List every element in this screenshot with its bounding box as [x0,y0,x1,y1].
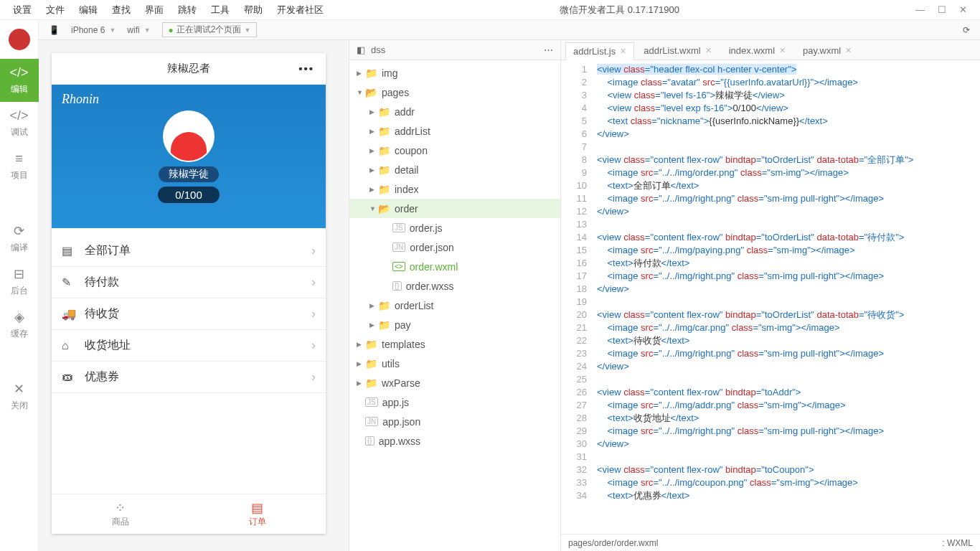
menu-row[interactable]: ⌂收货地址› [52,330,326,362]
editor-tab[interactable]: addrList.js✕ [565,42,634,60]
window-title: 微信开发者工具 0.17.171900 [331,4,908,17]
editor-tabs: addrList.js✕addrList.wxml✕index.wxml✕pay… [561,40,980,60]
editor-tab[interactable]: addrList.wxml✕ [636,42,719,60]
tab-order[interactable]: ▤订单 [189,494,326,534]
phone-icon[interactable]: 📱 [49,25,60,35]
menu-item[interactable]: 设置 [6,4,39,17]
minimize-icon[interactable]: — [915,4,925,15]
close-tab-icon[interactable]: ✕ [705,46,712,55]
menu-icon: 🚚 [62,307,77,321]
file-language: : WXML [942,538,973,548]
more-icon[interactable]: ⋯ [544,44,553,55]
menu-row[interactable]: 🚚待收货› [52,298,326,330]
chevron-right-icon: › [311,243,316,258]
menu-label: 待收货 [85,306,119,321]
menu-row[interactable]: 🎟优惠券› [52,362,326,393]
chevron-right-icon: › [311,369,316,385]
file-order-js[interactable]: JSorder.js [349,218,560,237]
exp-badge: 0/100 [158,187,220,203]
close-icon[interactable]: ✕ [959,4,967,15]
nickname: Rhonin [62,92,99,107]
collapse-icon[interactable]: ◧ [357,44,365,55]
menu-item[interactable]: 查找 [105,4,138,17]
simulator-pane: 辣椒忍者 ••• Rhonin 辣椒学徒 0/100 ▤全部订单›✎待付款›🚚待… [39,40,349,551]
folder-orderList[interactable]: ▶📁orderList [349,296,560,315]
file-app-wxss[interactable]: {}app.wxss [349,431,560,451]
sidebar-compile[interactable]: ⟳编译 [0,217,39,260]
device-select[interactable]: iPhone 6▼ [65,25,121,35]
file-app-js[interactable]: JSapp.js [349,392,560,412]
folder-wxParse[interactable]: ▶📁wxParse [349,373,560,392]
menu-label: 收货地址 [85,338,131,353]
file-order-wxss[interactable]: {}order.wxss [349,276,560,296]
menu-icon: ▤ [62,244,77,258]
project-name: dss [371,44,385,55]
sidebar-backend[interactable]: ⊟后台 [0,260,39,303]
sidebar-edit[interactable]: </>编辑 [0,59,39,102]
chevron-right-icon: › [311,338,316,353]
sidebar-project[interactable]: ≡项目 [0,145,39,188]
menu-label: 优惠券 [85,369,119,385]
avatar-icon [163,110,215,162]
file-app-json[interactable]: JNapp.json [349,412,560,431]
menu-item[interactable]: 编辑 [72,4,105,17]
folder-detail[interactable]: ▶📁detail [349,160,560,179]
file-path: pages/order/order.wxml [568,538,658,548]
sidebar-close[interactable]: ✕关闭 [0,375,39,418]
app-title: 辣椒忍者 [167,62,210,75]
menubar: 设置文件编辑查找界面跳转工具帮助开发者社区 微信开发者工具 0.17.17190… [0,0,980,20]
folder-addrList[interactable]: ▶📁addrList [349,121,560,141]
folder-addr[interactable]: ▶📁addr [349,102,560,121]
editor-pane: addrList.js✕addrList.wxml✕index.wxml✕pay… [561,40,980,551]
file-explorer: ◧ dss ⋯ ▶📁img ▼📂pages ▶📁addr ▶📁addrList … [349,40,561,551]
left-sidebar: </>编辑 </>调试 ≡项目 ⟳编译 ⊟后台 ◈缓存 ✕关闭 [0,20,39,551]
folder-img[interactable]: ▶📁img [349,63,560,83]
more-icon[interactable]: ••• [298,62,314,75]
menu-icon: ⌂ [62,339,77,352]
folder-utils[interactable]: ▶📁utils [349,354,560,373]
folder-index[interactable]: ▶📁index [349,179,560,199]
maximize-icon[interactable]: ☐ [938,4,946,15]
debug-status[interactable]: ●正在调试2个页面▼ [162,22,258,37]
menu-icon: 🎟 [62,371,77,384]
menu-label: 待付款 [85,275,119,290]
code-editor[interactable]: 1234567891011121314151617181920212223242… [561,60,980,534]
menu-item[interactable]: 开发者社区 [270,4,331,17]
menu-row[interactable]: ▤全部订单› [52,235,326,267]
menu-item[interactable]: 工具 [204,4,237,17]
menu-item[interactable]: 文件 [39,4,72,17]
folder-pages[interactable]: ▼📂pages [349,83,560,102]
tab-goods[interactable]: ⁘商品 [52,494,189,534]
editor-tab[interactable]: pay.wxml✕ [795,42,859,60]
user-avatar-icon[interactable] [9,29,30,50]
menu-item[interactable]: 界面 [138,4,171,17]
chevron-right-icon: › [311,275,316,290]
menu-label: 全部订单 [85,243,131,258]
statusbar: pages/order/order.wxml : WXML [561,534,980,551]
file-order-wxml[interactable]: <>order.wxml [349,257,560,276]
folder-pay[interactable]: ▶📁pay [349,315,560,334]
phone-frame: 辣椒忍者 ••• Rhonin 辣椒学徒 0/100 ▤全部订单›✎待付款›🚚待… [52,53,326,534]
chevron-right-icon: › [311,306,316,321]
simulator-toolbar: 📱 iPhone 6▼ wifi▼ ●正在调试2个页面▼ ⟳ [39,20,980,40]
close-tab-icon[interactable]: ✕ [779,46,786,55]
folder-templates[interactable]: ▶📁templates [349,334,560,354]
menu-item[interactable]: 帮助 [237,4,270,17]
close-tab-icon[interactable]: ✕ [620,47,626,56]
sidebar-debug[interactable]: </>调试 [0,102,39,145]
menu-item[interactable]: 跳转 [171,4,204,17]
folder-order[interactable]: ▼📂order [349,199,560,218]
file-order-json[interactable]: JNorder.json [349,237,560,257]
sidebar-cache[interactable]: ◈缓存 [0,303,39,346]
network-select[interactable]: wifi▼ [121,25,156,35]
menu-icon: ✎ [62,276,77,289]
folder-coupon[interactable]: ▶📁coupon [349,141,560,160]
close-tab-icon[interactable]: ✕ [845,46,852,55]
profile-hero: Rhonin 辣椒学徒 0/100 [52,85,326,228]
editor-tab[interactable]: index.wxml✕ [721,42,793,60]
phone-navbar: 辣椒忍者 ••• [52,53,326,85]
refresh-icon[interactable]: ⟳ [963,25,970,35]
menu-row[interactable]: ✎待付款› [52,267,326,298]
level-badge: 辣椒学徒 [159,166,219,182]
